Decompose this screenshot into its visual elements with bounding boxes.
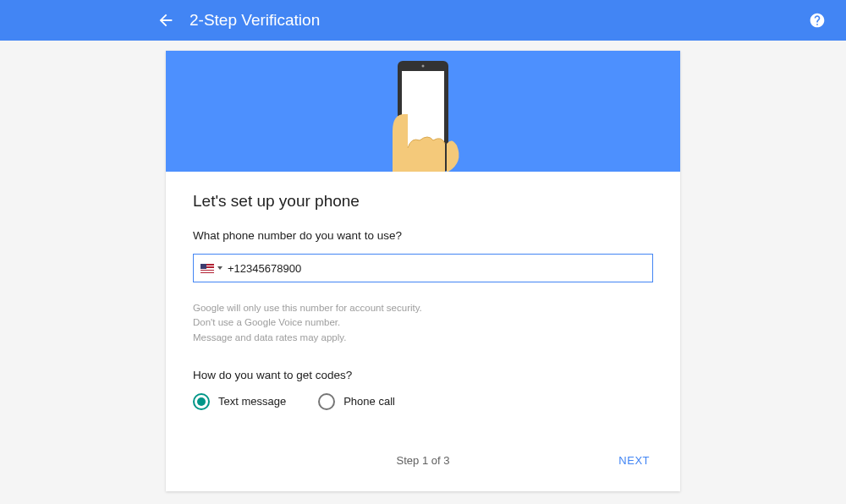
radio-dot-icon	[197, 397, 206, 406]
phone-label: What phone number do you want to use?	[193, 229, 653, 242]
step-indicator: Step 1 of 3	[397, 454, 450, 467]
radio-icon	[318, 393, 335, 410]
country-selector[interactable]	[201, 264, 222, 273]
disclaimer-line: Message and data rates may apply.	[193, 331, 653, 345]
radio-text-message[interactable]: Text message	[193, 393, 286, 410]
radio-group: Text message Phone call	[193, 393, 653, 410]
arrow-left-icon	[157, 11, 175, 30]
help-icon	[809, 12, 826, 29]
codes-label: How do you want to get codes?	[193, 369, 653, 381]
phone-input[interactable]	[228, 262, 645, 275]
disclaimer-line: Don't use a Google Voice number.	[193, 315, 653, 330]
card-body: Let's set up your phone What phone numbe…	[166, 172, 680, 491]
back-button[interactable]	[149, 3, 183, 37]
content-area: Let's set up your phone What phone numbe…	[0, 41, 846, 491]
page-title: 2-Step Verification	[190, 11, 320, 30]
phone-input-row	[193, 254, 653, 282]
svg-point-2	[422, 65, 425, 68]
hero-illustration	[166, 51, 680, 172]
help-button[interactable]	[802, 5, 832, 36]
setup-card: Let's set up your phone What phone numbe…	[166, 51, 680, 491]
app-header: 2-Step Verification	[0, 0, 846, 41]
radio-phone-call[interactable]: Phone call	[318, 393, 395, 410]
radio-label: Text message	[218, 395, 286, 408]
disclaimer-line: Google will only use this number for acc…	[193, 301, 653, 315]
disclaimer-text: Google will only use this number for acc…	[193, 301, 653, 345]
us-flag-icon	[201, 264, 214, 273]
card-footer: Step 1 of 3 NEXT	[193, 446, 653, 476]
card-heading: Let's set up your phone	[193, 192, 653, 211]
chevron-down-icon	[217, 266, 222, 270]
next-button[interactable]: NEXT	[615, 447, 653, 474]
radio-icon	[193, 393, 210, 410]
phone-hand-icon	[338, 51, 508, 172]
radio-label: Phone call	[343, 395, 395, 408]
